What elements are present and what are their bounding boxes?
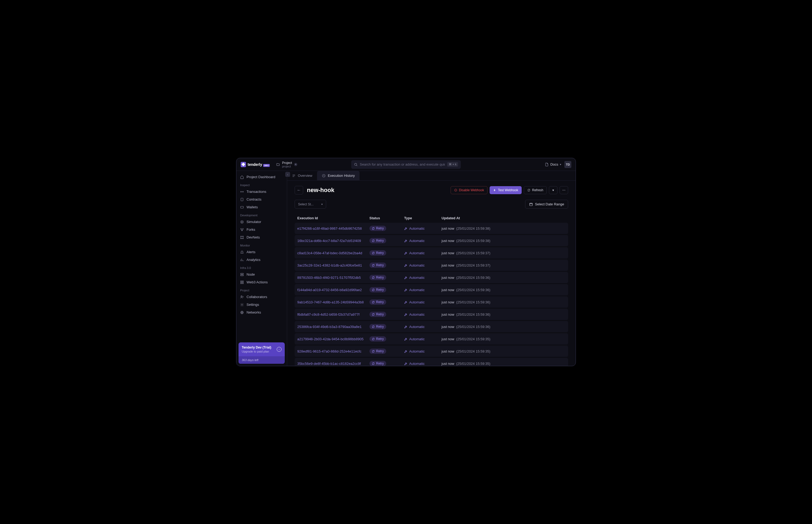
trial-card[interactable]: Tenderly Dev (Trial) Upgrade to paid pla…	[239, 342, 285, 364]
type-cell: Automatic	[404, 337, 441, 341]
wrench-icon	[404, 337, 408, 341]
test-webhook-button[interactable]: Test Webhook	[490, 186, 522, 194]
svg-point-10	[243, 238, 243, 239]
status-cell: Retry	[369, 263, 404, 268]
docs-link[interactable]: Docs ▾	[545, 162, 561, 166]
table-row[interactable]: f6dbfa87-c9c8-4d52-b658-f2b37d7a977f Ret…	[295, 309, 568, 320]
sidebar-item-label: Simulator	[246, 220, 261, 224]
more-button[interactable]: ⋯	[559, 186, 568, 194]
type-cell: Automatic	[404, 276, 441, 280]
table-row[interactable]: f144a84d-a019-4732-8456-b8a92d96fae2 Ret…	[295, 284, 568, 295]
execution-id: 25386fca-934f-49d6-b3a3-8790aa39a8e1	[297, 325, 369, 329]
table-row[interactable]: a2179948-2b03-42da-9454-bc8b98bb8905 Ret…	[295, 333, 568, 345]
back-button[interactable]: ←	[295, 186, 303, 194]
sidebar-item-collaborators[interactable]: Collaborators	[237, 293, 287, 301]
wrench-icon	[404, 239, 408, 243]
sidebar-item-analytics[interactable]: Analytics	[237, 256, 287, 264]
table-row[interactable]: 9ab14510-7467-4d8b-a135-24b59944a3b8 Ret…	[295, 296, 568, 308]
status-select[interactable]: Select St... ▾	[295, 200, 326, 209]
date-range-button[interactable]: Select Date Range	[525, 200, 568, 209]
table-row[interactable]: 89781503-46b3-4f40-9271-51707f5f2db5 Ret…	[295, 272, 568, 283]
execution-id: f6dbfa87-c9c8-4d52-b658-f2b37d7a977f	[297, 312, 369, 316]
search-input[interactable]	[360, 162, 445, 166]
project-selector[interactable]: Project project ▾	[276, 161, 297, 168]
status-badge: Retry	[369, 226, 386, 231]
svg-point-5	[243, 228, 243, 229]
table-row[interactable]: 25386fca-934f-49d6-b3a3-8790aa39a8e1 Ret…	[295, 321, 568, 332]
sidebar-item-forks[interactable]: Forks	[237, 226, 287, 233]
status-badge: Retry	[369, 238, 386, 243]
trial-title: Tenderly Dev (Trial)	[242, 346, 271, 349]
disable-webhook-button[interactable]: Disable Webhook	[451, 186, 487, 194]
status-cell: Retry	[369, 336, 404, 342]
app-window: tenderly DEV Project project ▾ ⌘ + k	[236, 158, 576, 366]
logo[interactable]: tenderly DEV	[241, 162, 270, 167]
avatar[interactable]: TD	[564, 161, 571, 168]
sidebar-item-settings[interactable]: Settings	[237, 301, 287, 309]
status-cell: Retry	[369, 275, 404, 280]
sidebar-item-alerts[interactable]: Alerts	[237, 248, 287, 256]
execution-id: f144a84d-a019-4732-8456-b8a92d96fae2	[297, 288, 369, 292]
sidebar: ‹ Project Dashboard Inspect Transactions…	[237, 171, 287, 366]
tabs: Overview Execution History	[287, 171, 575, 181]
chevron-down-icon: ▾	[552, 188, 554, 192]
type-cell: Automatic	[404, 312, 441, 316]
sidebar-item-label: Project Dashboard	[246, 175, 275, 179]
wrench-icon	[404, 362, 408, 365]
type-cell: Automatic	[404, 263, 441, 267]
sidebar-item-label: Settings	[246, 302, 259, 307]
table-row[interactable]: 928edf81-9615-47a0-868d-252e4e11ecfc Ret…	[295, 346, 568, 357]
status-badge: Retry	[369, 287, 386, 292]
svg-point-7	[241, 236, 241, 236]
refresh-icon	[372, 325, 375, 328]
table-row[interactable]: 16bc321a-dd6b-4cc7-b8a7-f2a7cb51f409 Ret…	[295, 235, 568, 246]
refresh-button[interactable]: Refresh	[524, 186, 547, 194]
sidebar-item-simulator[interactable]: Simulator	[237, 218, 287, 226]
status-cell: Retry	[369, 299, 404, 305]
wrench-icon	[404, 264, 408, 267]
sidebar-item-networks[interactable]: Networks	[237, 309, 287, 316]
sidebar-item-transactions[interactable]: Transactions	[237, 188, 287, 196]
executions-table: Execution Id Status Type Updated At e17f…	[295, 213, 568, 366]
sidebar-toggle[interactable]: ‹	[285, 172, 290, 177]
sidebar-item-contracts[interactable]: Contracts	[237, 196, 287, 203]
topbar: tenderly DEV Project project ▾ ⌘ + k	[237, 158, 575, 171]
status-cell: Retry	[369, 361, 404, 366]
sidebar-item-devnets[interactable]: DevNets	[237, 233, 287, 241]
list-icon	[292, 174, 296, 178]
sidebar-item-node[interactable]: Node	[237, 271, 287, 278]
select-label: Select St...	[298, 202, 313, 206]
col-updated: Updated At	[441, 216, 566, 220]
arrow-up-icon: ↑	[277, 347, 281, 352]
type-cell: Automatic	[404, 288, 441, 292]
search-bar[interactable]: ⌘ + k	[351, 160, 461, 169]
svg-point-17	[241, 296, 242, 297]
updated-cell: just now (25/01/2024 15:59:37)	[441, 251, 566, 255]
table-row[interactable]: e17f4266-a16f-48ad-9867-445db9674258 Ret…	[295, 223, 568, 234]
sidebar-item-web3actions[interactable]: Web3 Actions	[237, 278, 287, 286]
updated-cell: just now (25/01/2024 15:59:36)	[441, 300, 566, 304]
tab-overview[interactable]: Overview	[287, 171, 317, 180]
sidebar-item-dashboard[interactable]: Project Dashboard	[237, 173, 287, 181]
button-label: Test Webhook	[498, 188, 518, 192]
execution-id: c8ad13c4-058e-47af-bdec-0d582be2ba4d	[297, 251, 369, 255]
docs-label: Docs	[550, 162, 558, 166]
status-badge: Retry	[369, 275, 386, 280]
type-cell: Automatic	[404, 349, 441, 353]
type-cell: Automatic	[404, 325, 441, 329]
table-row[interactable]: 35bc56e9-de8f-45bb-b1ac-c8182ea2cc9f Ret…	[295, 358, 568, 366]
home-icon	[240, 175, 244, 179]
type-cell: Automatic	[404, 251, 441, 255]
updated-cell: just now (25/01/2024 15:59:37)	[441, 263, 566, 267]
trial-subtitle: Upgrade to paid plan	[242, 350, 271, 353]
status-cell: Retry	[369, 348, 404, 354]
table-row[interactable]: 3ac25c28-32e1-4382-b1db-a2c40fce5e81 Ret…	[295, 260, 568, 271]
tab-execution-history[interactable]: Execution History	[317, 171, 359, 180]
table-row[interactable]: c8ad13c4-058e-47af-bdec-0d582be2ba4d Ret…	[295, 247, 568, 259]
svg-point-8	[243, 236, 243, 236]
svg-point-0	[355, 163, 357, 165]
sidebar-item-wallets[interactable]: Wallets	[237, 203, 287, 211]
refresh-dropdown-button[interactable]: ▾	[549, 186, 557, 194]
table-header: Execution Id Status Type Updated At	[295, 213, 568, 223]
tab-label: Overview	[298, 174, 312, 178]
